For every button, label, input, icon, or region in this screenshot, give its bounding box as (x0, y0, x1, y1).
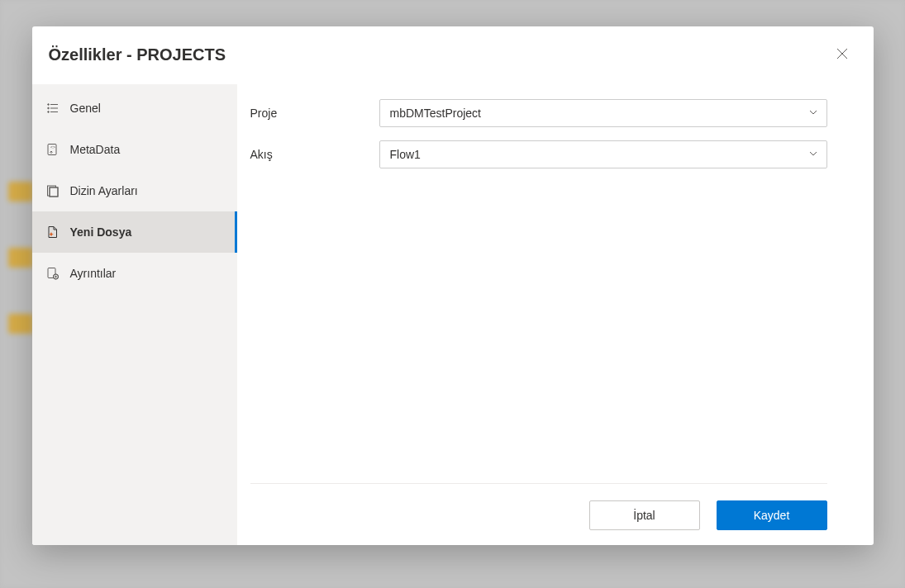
sidebar-item-label: Dizin Ayarları (70, 184, 138, 197)
sidebar-item-ayrintilar[interactable]: Ayrıntılar (32, 253, 237, 294)
sidebar-item-label: Yeni Dosya (70, 225, 132, 239)
modal-body: Genel <> MetaData (32, 84, 874, 545)
project-label: Proje (250, 107, 379, 120)
project-select-wrap: mbDMTestProject (379, 99, 827, 127)
form-row-flow: Akış Flow1 (250, 140, 827, 168)
sidebar: Genel <> MetaData (32, 84, 237, 545)
svg-rect-9 (50, 187, 58, 197)
sidebar-item-label: Genel (70, 102, 101, 115)
flow-select-value: Flow1 (390, 148, 421, 161)
svg-point-0 (47, 104, 49, 106)
svg-text:<>: <> (50, 145, 55, 149)
project-select-value: mbDMTestProject (390, 107, 481, 120)
close-button[interactable] (829, 42, 855, 69)
chevron-down-icon (808, 148, 818, 161)
modal-overlay: Özellikler - PROJECTS Gene (0, 0, 905, 588)
modal-title: Özellikler - PROJECTS (49, 45, 226, 64)
chevron-down-icon (808, 107, 818, 120)
details-icon (45, 266, 60, 281)
save-button[interactable]: Kaydet (717, 500, 827, 530)
modal-footer: İptal Kaydet (250, 483, 827, 530)
svg-point-4 (47, 111, 49, 113)
sidebar-item-label: Ayrıntılar (70, 267, 117, 280)
sidebar-item-label: MetaData (70, 143, 121, 156)
svg-point-2 (47, 107, 49, 109)
metadata-icon: <> (45, 142, 60, 157)
flow-label: Akış (250, 148, 379, 161)
new-file-icon (45, 225, 60, 239)
sidebar-item-metadata[interactable]: <> MetaData (32, 129, 237, 170)
form-area: Proje mbDMTestProject Akış (250, 99, 827, 473)
flow-select-wrap: Flow1 (379, 140, 827, 168)
project-select[interactable]: mbDMTestProject (379, 99, 827, 127)
modal-header: Özellikler - PROJECTS (32, 26, 874, 84)
properties-modal: Özellikler - PROJECTS Gene (32, 26, 874, 545)
close-icon (836, 48, 848, 62)
form-row-project: Proje mbDMTestProject (250, 99, 827, 127)
flow-select[interactable]: Flow1 (379, 140, 827, 168)
sidebar-item-yeni-dosya[interactable]: Yeni Dosya (32, 211, 237, 253)
sidebar-item-genel[interactable]: Genel (32, 88, 237, 129)
content-panel: Proje mbDMTestProject Akış (237, 84, 874, 545)
list-icon (45, 101, 60, 116)
sidebar-item-dizin-ayarlari[interactable]: Dizin Ayarları (32, 170, 237, 211)
folder-settings-icon (45, 183, 60, 198)
cancel-button[interactable]: İptal (589, 500, 700, 530)
